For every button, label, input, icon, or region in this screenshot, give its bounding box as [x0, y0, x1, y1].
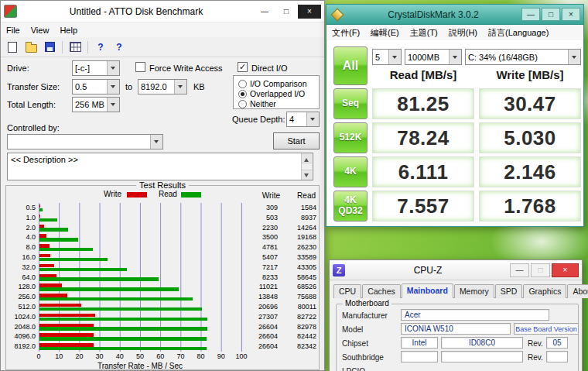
transfer-size-from-select[interactable]: 0.5 — [72, 79, 120, 94]
cdm-menu-item[interactable]: 説明(H) — [443, 25, 483, 40]
chart-plot-cell — [39, 203, 242, 213]
atto-close-button[interactable]: × — [298, 5, 321, 19]
atto-menu-file[interactable]: File — [1, 22, 26, 37]
cpuz-tab-bar: CPUCachesMainboardMemorySPDGraphicsAbout — [333, 282, 578, 298]
atto-titlebar[interactable]: Untitled - ATTO Disk Benchmark — □ × — [1, 1, 324, 22]
tab-cpu[interactable]: CPU — [333, 284, 361, 298]
model-field[interactable]: ICONIA W510 — [401, 323, 511, 335]
open-file-button[interactable] — [22, 40, 39, 55]
southbridge-rev-field[interactable] — [546, 351, 568, 362]
cpuz-maximize-button[interactable]: □ — [531, 263, 550, 277]
southbridge-vendor-field[interactable] — [401, 351, 438, 362]
total-length-select[interactable]: 256 MB — [72, 97, 120, 112]
cdm-menu-item[interactable]: 編輯(E) — [365, 25, 405, 40]
model-version-field[interactable]: Base Board Version — [514, 323, 579, 335]
cdm-all-button[interactable]: All — [333, 46, 368, 85]
atto-chart-row: 16.0540733589 — [8, 252, 317, 263]
atto-menu-help[interactable]: Help — [54, 22, 83, 37]
atto-chart-row: 2048.02660482978 — [8, 322, 317, 332]
write-column-header: Write — [248, 191, 280, 200]
transfer-size-tick: 128.0 — [8, 282, 39, 292]
write-bar — [39, 254, 50, 257]
tab-spd[interactable]: SPD — [495, 284, 523, 298]
direct-io-checkbox[interactable]: ✓ — [238, 62, 248, 72]
atto-maximize-button[interactable]: □ — [276, 5, 296, 19]
chevron-down-icon — [568, 50, 580, 64]
chipset-rev-field[interactable]: 05 — [546, 337, 568, 349]
io-radio-neither[interactable] — [238, 100, 247, 108]
description-scrollbar[interactable] — [301, 153, 313, 180]
io-option-row: Neither — [238, 99, 319, 108]
force-write-checkbox[interactable] — [135, 62, 145, 72]
cdm-menu-item[interactable]: 文件(F) — [326, 25, 365, 40]
legend-read-swatch — [181, 192, 201, 198]
controlled-by-select[interactable] — [7, 134, 163, 149]
cdm-button-4k-qd32[interactable]: 4K QD32 — [333, 191, 368, 222]
view-grid-button[interactable] — [67, 40, 84, 55]
cdm-button-512k[interactable]: 512K — [333, 122, 368, 153]
read-header: Read [MB/s] — [372, 68, 474, 81]
cpuz-titlebar[interactable]: Z CPU-Z — □ × — [330, 260, 582, 280]
tab-mainboard[interactable]: Mainboard — [402, 283, 453, 298]
help-button[interactable]: ? — [92, 40, 109, 55]
chipset-model-field[interactable]: ID08C0 — [441, 337, 523, 349]
queue-depth-select[interactable]: 4 — [286, 112, 320, 127]
cdm-test-count-select[interactable]: 5 — [372, 49, 402, 65]
new-file-button[interactable] — [4, 40, 21, 55]
cdm-button-4k[interactable]: 4K — [333, 156, 368, 187]
toolbar-separator — [87, 41, 88, 53]
write-value: 5407 — [242, 252, 282, 263]
io-radio-overlapped-i-o[interactable] — [238, 90, 247, 98]
write-value: 8233 — [242, 273, 282, 283]
cdm-test-size-select[interactable]: 1000MB — [405, 49, 462, 65]
cdm-menu-item[interactable]: 主題(T) — [405, 25, 443, 40]
tab-memory[interactable]: Memory — [454, 284, 494, 298]
cdm-close-button[interactable]: × — [562, 8, 580, 21]
cdm-menu-item[interactable]: 語言(Language) — [483, 25, 554, 40]
transfer-size-tick: 4096.0 — [8, 331, 39, 342]
description-box[interactable]: << Description >> — [7, 153, 313, 180]
transfer-size-to-value: 8192.0 — [138, 82, 174, 91]
cpuz-close-button[interactable]: × — [552, 263, 579, 277]
write-bar — [39, 215, 40, 218]
atto-menu-view[interactable]: View — [26, 22, 55, 37]
cpuz-minimize-button[interactable]: — — [510, 263, 529, 277]
cdm-write-value-seq: 30.47 — [479, 88, 581, 119]
chipset-vendor-field[interactable]: Intel — [401, 337, 438, 349]
cdm-test-row: 4K6.1112.146 — [333, 156, 583, 187]
write-header: Write [MB/s] — [479, 68, 581, 81]
context-help-icon: ? — [116, 43, 121, 52]
write-value: 26604 — [242, 322, 282, 332]
cdm-maximize-button[interactable]: □ — [542, 8, 560, 21]
write-value: 27307 — [242, 312, 282, 322]
save-button[interactable] — [41, 40, 58, 55]
atto-app-icon — [4, 5, 17, 18]
cdm-target-drive-select[interactable]: C: 34% (16/48GB) — [465, 49, 581, 65]
cdm-minimize-button[interactable]: — — [521, 8, 540, 21]
tab-graphics[interactable]: Graphics — [523, 284, 566, 298]
drive-select[interactable]: [-c-] — [72, 60, 120, 76]
atto-chart-row: 8.0478126230 — [8, 242, 317, 252]
cdm-window: CrystalDiskMark 3.0.2 — □ × 文件(F)編輯(E)主題… — [326, 4, 584, 227]
tab-about[interactable]: About — [567, 284, 588, 298]
atto-minimize-button[interactable]: — — [255, 5, 275, 19]
cdm-titlebar[interactable]: CrystalDiskMark 3.0.2 — □ × — [326, 5, 583, 25]
cdm-button-seq[interactable]: Seq — [333, 88, 368, 119]
direct-io-label: Direct I/O — [251, 64, 287, 73]
total-length-value: 256 MB — [73, 100, 107, 109]
start-button[interactable]: Start — [273, 132, 320, 149]
x-axis-label: Transfer Rate - MB / Sec — [39, 362, 241, 370]
chevron-down-icon — [107, 80, 119, 94]
manufacturer-field[interactable]: Acer — [401, 309, 549, 321]
read-value: 26230 — [282, 242, 318, 252]
read-column-header: Read — [283, 191, 316, 200]
context-help-button[interactable]: ? — [111, 40, 128, 55]
tab-caches[interactable]: Caches — [362, 284, 401, 298]
read-bar — [39, 238, 78, 241]
io-radio-i-o-comparison[interactable] — [238, 80, 247, 88]
transfer-size-tick: 0.5 — [8, 203, 39, 213]
southbridge-model-field[interactable] — [441, 351, 523, 362]
transfer-size-to-select[interactable]: 8192.0 — [138, 79, 187, 94]
io-option-label: Neither — [250, 99, 276, 108]
read-bar — [39, 277, 159, 280]
